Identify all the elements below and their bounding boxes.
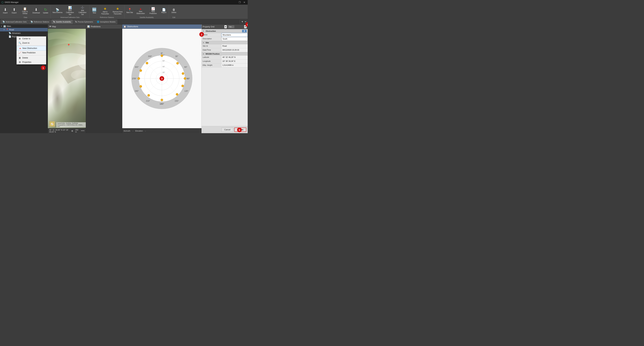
sites-label: Sites [6,25,11,28]
import-button[interactable]: ⬇ Import [1,5,10,17]
predictions-panel: 📊 Predictions [86,25,122,133]
svg-point-35 [161,99,163,101]
ctx-zoom-to[interactable]: 🔍 Zoom to [17,41,46,45]
lon-prop-value: 10° 30' 34,34" E [222,60,248,63]
wgs84-section-header[interactable]: ▼ WGS84 Position [202,52,248,56]
site-section-header[interactable]: ▼ Site [202,41,248,44]
tab-dropdown[interactable]: ▼ [240,20,247,24]
tab-sat-avail[interactable]: 🛰 Satellite Availability [51,20,73,24]
svg-text:270°: 270° [132,77,136,80]
remove-fav-button[interactable]: ★ Remove from Favourites [112,5,124,17]
map-view[interactable]: 📍 🧭 DigitalGlobe, GeoEye, Earthstar Geog… [48,29,86,128]
map-attribution: DigitalGlobe, GeoEye, Earthstar Geograph… [56,122,86,128]
add-fav-button[interactable]: ★ Add to Favourites [99,5,111,17]
name-prop-value[interactable]: Mountains [222,33,248,37]
copy-global-button[interactable]: 📋 Copy to Global [19,5,31,17]
cancel-button[interactable]: Cancel [222,128,233,132]
export-icon: ⬆ [13,8,16,12]
window-controls: ❐ ✕ [238,1,246,4]
reports-icon: 📄 [8,35,11,38]
prop-row-datetime: Date/Time 04/12/2020 15:29:33 [202,48,248,52]
delete-button[interactable]: 🗑 Delete [170,5,178,17]
predictions-title: 📊 Predictions [86,25,122,29]
add-cal-label: Add Calibration Set [78,10,88,16]
obstruction-section-header[interactable]: ▼ Obstruction ⬇ [202,29,248,33]
new-site-button[interactable]: 📍 New Site [125,5,134,17]
svg-text:60°: 60° [184,66,187,68]
ctx-separator-2 [17,55,46,55]
desc-prop-value[interactable]: South [222,37,248,41]
tree-item-road[interactable]: ▼ 📍 Road [0,28,48,31]
new-cal-button[interactable]: 📊 New Calibration Set [64,5,76,17]
ctx-new-obs-label: New Obstruction [22,47,37,49]
add-cal-button[interactable]: ➕ Add Calibration Set [76,5,88,17]
restore-button[interactable]: ❐ [238,1,242,4]
ctx-properties[interactable]: ⚙ Properties [17,60,46,64]
tab-ionosphere[interactable]: 🌐 Ionosphere Models [95,20,117,24]
svg-text:60°: 60° [162,60,165,62]
ctx-center-to[interactable]: ⊕ Center to [17,37,46,41]
svg-text:150°: 150° [175,100,179,102]
height-prop-value: 1,514,8488 m [222,63,248,67]
new-obstruction-toolbar-button[interactable]: ▲ New Obstruction [134,5,147,17]
new-prediction-icon: 📈 [151,7,155,10]
obstruction-section-action-btn[interactable]: ⬇ [242,30,247,32]
property-grid-close[interactable]: ✕ [224,25,227,29]
obs-title-label: Obstructions [127,26,138,28]
delete-icon: 🗑 [172,8,176,11]
svg-text:180°: 180° [160,103,164,105]
svg-point-34 [176,93,178,95]
map-coordinates: 46° 31' 08,90" N 10° 26' 49,83" E [49,129,69,133]
svg-text:90°: 90° [186,77,190,80]
predictions-label: Predictions [91,26,100,28]
close-button[interactable]: ✕ [242,1,246,4]
export-button[interactable]: ⬆ Export [10,5,18,17]
lon-prop-label: Longitude [202,60,222,63]
svg-point-40 [146,62,148,64]
tree-expand-reports [6,36,8,38]
map-scale: 250 m [75,129,79,133]
create-button[interactable]: Create [234,128,246,132]
svg-point-38 [138,77,140,80]
prop-row-latitude: Latitude 46° 32' 46,29" N [202,56,248,60]
tab-ref-stations[interactable]: 📡 Reference Stations [29,20,51,24]
new-ref-button[interactable]: 🆕 New [90,5,99,17]
map-title-label: Map [52,26,56,28]
new-prediction-toolbar-button[interactable]: 📈 New Prediction [147,5,159,17]
sat-tab-icon: 🛰 [53,21,55,23]
edit-group-label: Edit [172,17,175,19]
prec-tab-label: Precise Ephemeris [78,21,93,23]
ctx-new-obstruction[interactable]: 🔺 New Obstruction [17,46,46,51]
ref-tab-icon: 📡 [30,21,33,23]
update-button[interactable]: ↻ Update [41,5,50,17]
data-group-label: Data [24,17,27,19]
left-panel: ▼ 🏢 Sites ▼ 📍 Road 📡 Almanacs 📄 Reports … [0,25,48,133]
new-obs-panel-close[interactable]: ✕ [244,25,247,29]
wgs84-section-label: WGS84 Position [206,53,220,55]
import-label: Import [3,12,8,14]
new-antenna-button[interactable]: 📡 New Antenna [51,5,64,17]
tab-precise-eph[interactable]: 🛰 Precise Ephemeris [73,20,95,24]
tree-item-sites[interactable]: ▼ 🏢 Sites [0,25,48,28]
new-cal-icon: 📊 [68,6,72,9]
satellite-buttons: 📍 New Site ▲ New Obstruction 📈 New Predi… [125,5,168,17]
new-prediction-label: New Prediction [148,11,158,15]
svg-text:330°: 330° [148,55,152,58]
new-obstruction-label: New Obstruction [136,11,146,15]
annotation-1: 1 [41,65,46,70]
new-obstruction-tab[interactable]: Ne... [228,26,234,28]
download-button[interactable]: ⬇ Download [31,5,41,17]
map-pin: 📍 [67,44,70,47]
new-pred-ctx-icon: 📈 [18,51,21,54]
toolbar-group-satellite: 📍 New Site ▲ New Obstruction 📈 New Predi… [124,5,169,18]
tree-item-almanacs[interactable]: 📡 Almanacs [0,31,48,35]
report-button[interactable]: 📄 Report [160,5,168,17]
ctx-new-prediction[interactable]: 📈 New Prediction [17,51,46,55]
ctx-delete[interactable]: 🗑 Delete [17,56,46,60]
ctx-zoom-to-label: Zoom to [22,42,30,44]
obs-status-bar: Azimuth: - Elevation: - [122,128,202,133]
tab-antennas[interactable]: 📡 Antennas/Calibration Sets [1,20,28,24]
title-bar: ⬡ GNSS Manager ❐ ✕ [0,0,248,5]
lat-prop-label: Latitude [202,56,222,59]
copy-global-label: Copy to Global [20,11,30,15]
